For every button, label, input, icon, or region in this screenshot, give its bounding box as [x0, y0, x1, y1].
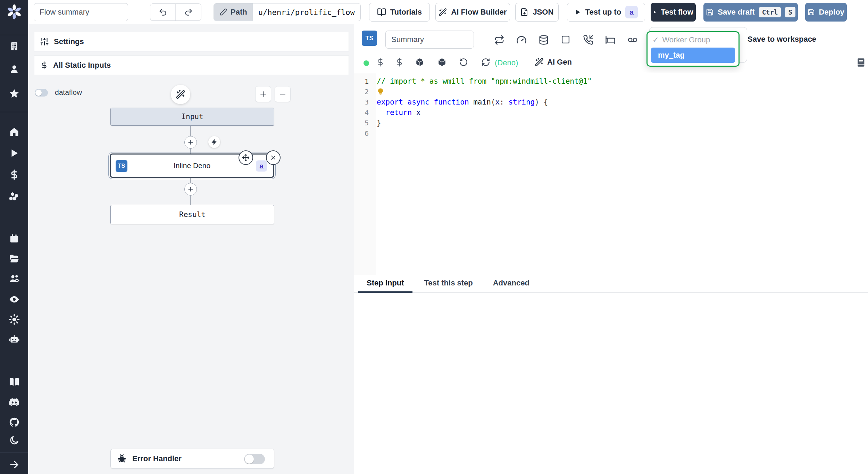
- square-icon: [561, 35, 570, 44]
- retry-settings-button[interactable]: [494, 35, 504, 45]
- book-open-icon: [9, 376, 20, 388]
- sidebar-item-resources[interactable]: [0, 188, 28, 206]
- sidebar-item-schedules[interactable]: [0, 230, 28, 248]
- dataflow-toggle[interactable]: [35, 89, 48, 97]
- variable-picker-button[interactable]: [376, 58, 385, 67]
- sidebar-divider: [0, 35, 28, 35]
- gauge-icon: [516, 35, 527, 45]
- deploy-button[interactable]: Deploy: [805, 3, 847, 22]
- wand-sparkles-icon: [439, 8, 447, 16]
- error-handler-bar[interactable]: Error Handler: [110, 449, 274, 469]
- redo-button[interactable]: [176, 4, 201, 20]
- topbar: Path u/henri/prolific_flow Tutorials AI …: [28, 0, 868, 25]
- sidebar-item-theme[interactable]: [0, 431, 28, 449]
- sidebar-divider: [0, 452, 28, 452]
- test-up-to-button[interactable]: Test up to a: [567, 3, 645, 22]
- sidebar-item-settings[interactable]: [0, 310, 28, 329]
- rotate-ccw-icon: [459, 58, 468, 67]
- lifetime-button[interactable]: [627, 35, 638, 45]
- package-button-2[interactable]: [437, 58, 446, 67]
- tab-test-this-step[interactable]: Test this step: [416, 275, 481, 293]
- sidebar-item-home[interactable]: [0, 123, 28, 141]
- delete-step-button[interactable]: [266, 150, 281, 165]
- all-static-inputs-bar[interactable]: All Static Inputs: [34, 56, 349, 75]
- lightbulb-icon[interactable]: [377, 88, 384, 95]
- library-button[interactable]: [856, 58, 866, 67]
- path-field[interactable]: Path u/henri/prolific_flow: [214, 3, 361, 21]
- json-button[interactable]: JSON: [515, 3, 559, 22]
- add-step-button-bottom[interactable]: [184, 183, 197, 196]
- sidebar-item-discord[interactable]: [0, 393, 28, 411]
- add-trigger-button[interactable]: [208, 136, 220, 148]
- sidebar-item-workspace[interactable]: [0, 37, 28, 55]
- early-stop-button[interactable]: [516, 35, 527, 45]
- sidebar-item-github[interactable]: [0, 413, 28, 431]
- code-line[interactable]: 4 return x: [354, 107, 868, 118]
- sidebar-item-audit[interactable]: [0, 290, 28, 308]
- reload-runtime-button[interactable]: [481, 58, 490, 67]
- save-icon: [706, 8, 713, 16]
- worker-group-option-my-tag[interactable]: my_tag: [651, 48, 735, 63]
- step-tabs: Step Input Test this step Advanced: [354, 275, 868, 293]
- add-step-button-top[interactable]: [184, 136, 197, 149]
- step-summary-input[interactable]: [385, 31, 474, 49]
- path-value[interactable]: u/henri/prolific_flow: [253, 8, 360, 17]
- sliders-icon: [40, 37, 49, 46]
- wand-sparkles-icon: [535, 58, 544, 67]
- flow-summary-input[interactable]: [34, 3, 128, 21]
- sidebar-item-runs[interactable]: [0, 144, 28, 162]
- tab-advanced[interactable]: Advanced: [485, 275, 538, 293]
- moon-icon: [9, 435, 19, 446]
- tab-step-input[interactable]: Step Input: [358, 275, 412, 293]
- ai-flow-builder-button[interactable]: AI Flow Builder: [435, 3, 510, 22]
- input-node[interactable]: Input: [110, 108, 274, 126]
- windmill-flow-editor: Path u/henri/prolific_flow Tutorials AI …: [0, 0, 868, 474]
- sidebar-item-workers[interactable]: [0, 331, 28, 349]
- code-line[interactable]: 5}: [354, 118, 868, 128]
- book-icon: [856, 58, 866, 67]
- save-draft-button[interactable]: Save draft Ctrl S: [703, 3, 798, 22]
- code-line[interactable]: 1// import * as wmill from "npm:windmill…: [354, 76, 868, 86]
- error-handler-toggle[interactable]: [244, 454, 265, 464]
- eye-icon: [9, 294, 20, 305]
- zoom-in-button[interactable]: [255, 86, 271, 102]
- sidebar-item-user[interactable]: [0, 60, 28, 78]
- sidebar-item-variables[interactable]: [0, 166, 28, 184]
- windmill-logo[interactable]: [0, 3, 28, 21]
- cache-button[interactable]: [539, 35, 549, 45]
- sidebar-divider: [0, 112, 28, 112]
- mock-button[interactable]: [561, 35, 570, 44]
- worker-group-option-default[interactable]: ✓ Worker Group: [648, 32, 738, 48]
- wand-sparkles-icon: [176, 90, 185, 99]
- suspend-approval-button[interactable]: [583, 35, 593, 45]
- line-number: 2: [354, 86, 369, 97]
- phone-incoming-icon: [583, 35, 593, 45]
- code-line[interactable]: 3export async function main(x: string) {: [354, 97, 868, 107]
- move-step-handle[interactable]: [239, 150, 253, 165]
- code-lines: 1// import * as wmill from "npm:windmill…: [354, 76, 868, 139]
- discord-icon: [8, 396, 20, 408]
- ai-gen-button[interactable]: AI Gen: [535, 58, 572, 67]
- sidebar-collapse-button[interactable]: [0, 456, 28, 474]
- package-button-1[interactable]: [415, 58, 424, 67]
- sidebar-item-folders[interactable]: [0, 250, 28, 268]
- zoom-out-button[interactable]: [275, 86, 291, 102]
- code-line[interactable]: 6: [354, 128, 868, 139]
- sidebar-item-groups[interactable]: [0, 270, 28, 288]
- reset-code-button[interactable]: [459, 58, 468, 67]
- resource-picker-button[interactable]: [395, 58, 404, 67]
- ai-wand-button[interactable]: [171, 85, 190, 104]
- code-editor[interactable]: 1// import * as wmill from "npm:windmill…: [354, 73, 868, 275]
- undo-button[interactable]: [150, 4, 176, 20]
- sleep-button[interactable]: [605, 35, 616, 45]
- result-node[interactable]: Result: [110, 205, 274, 224]
- flow-settings-bar[interactable]: Settings: [34, 32, 349, 51]
- tutorials-button[interactable]: Tutorials: [369, 3, 430, 22]
- test-flow-button[interactable]: Test flow: [651, 3, 696, 22]
- sidebar-item-favorites[interactable]: [0, 85, 28, 103]
- code-line[interactable]: 2: [354, 86, 868, 97]
- pencil-icon: [219, 8, 227, 16]
- robot-icon: [8, 334, 20, 346]
- sidebar-item-docs[interactable]: [0, 373, 28, 391]
- book-open-icon: [377, 8, 386, 17]
